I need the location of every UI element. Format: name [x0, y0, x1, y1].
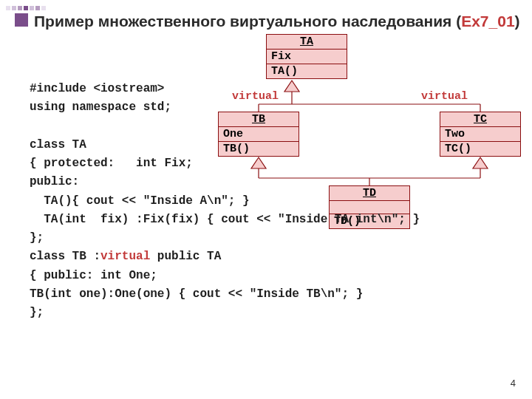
- deco-squares: [6, 6, 46, 10]
- class-tc-name: TC: [440, 112, 520, 127]
- class-tc-op: TC(): [440, 142, 520, 156]
- class-ta-op: TA(): [267, 64, 347, 78]
- svg-marker-6: [473, 157, 488, 168]
- class-tc: TC Two TC(): [440, 112, 521, 157]
- bullet-square: [15, 13, 28, 27]
- class-ta-attr: Fix: [267, 50, 347, 64]
- code-block: #include <iostream> using namespace std;…: [30, 80, 420, 322]
- class-tc-attr: Two: [440, 127, 520, 142]
- title-ex: Ex7_01: [461, 13, 514, 30]
- virtual-label-right: virtual: [421, 90, 468, 103]
- class-ta-name: TA: [267, 35, 347, 50]
- title-text-2: ): [515, 13, 520, 30]
- title-text-1: Пример множественного виртуального насле…: [34, 13, 461, 30]
- class-ta: TA Fix TA(): [266, 34, 347, 79]
- page-title: Пример множественного виртуального насле…: [34, 12, 520, 31]
- page-number: 4: [511, 378, 516, 389]
